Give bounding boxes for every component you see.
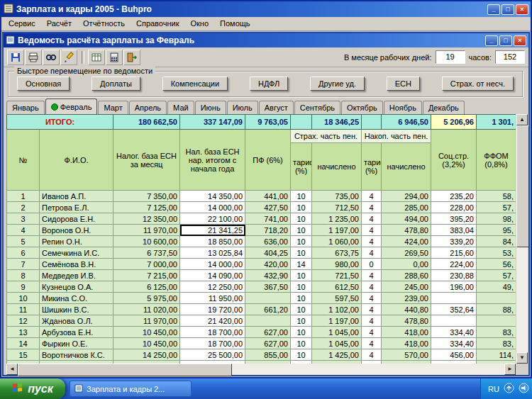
cell[interactable]: Иванов А.П. [40, 191, 113, 202]
cell[interactable]: Жданова О.Л. [40, 315, 113, 327]
cell[interactable]: 11 970,00 [113, 225, 180, 236]
cell[interactable]: 5 [7, 236, 40, 247]
cell[interactable]: Петрова Е.Л. [40, 202, 113, 213]
cell[interactable]: 4 [362, 247, 382, 259]
cell[interactable]: 4 [362, 304, 382, 315]
cell[interactable]: 57, [477, 270, 516, 281]
quick-nav-button[interactable]: Компенсации [162, 77, 228, 91]
cell[interactable]: 432,90 [245, 270, 291, 281]
cell[interactable]: 10 600,00 [113, 236, 180, 247]
cell[interactable]: Микина С.О. [40, 293, 113, 304]
cell[interactable]: 339,20 [431, 236, 477, 247]
cell[interactable]: 10 [291, 202, 312, 213]
menu-item[interactable]: Окно [184, 18, 214, 30]
cell[interactable]: 11 [7, 304, 40, 315]
cell[interactable]: 441,00 [245, 191, 291, 202]
cell[interactable]: 673,75 [312, 247, 362, 259]
cell[interactable]: 13 025,84 [180, 247, 245, 259]
cell[interactable]: 9 [7, 281, 40, 293]
cell[interactable]: 21 341,25 [180, 225, 245, 236]
quick-nav-button[interactable]: Страх. от несч. [442, 77, 514, 91]
cell[interactable]: 10 450,00 [113, 327, 180, 338]
cell[interactable]: 98, [477, 213, 516, 225]
cell[interactable]: 10 [291, 338, 312, 349]
tab-month[interactable]: Июнь [195, 101, 226, 114]
cell[interactable]: 57, [477, 202, 516, 213]
quick-nav-button[interactable]: ЕСН [387, 77, 420, 91]
cell[interactable]: 718,20 [245, 225, 291, 236]
cell[interactable]: 1 197,00 [312, 315, 362, 327]
cell[interactable]: 478,80 [382, 315, 431, 327]
cell[interactable]: 114, [477, 349, 516, 361]
horizontal-scroll-thumb[interactable] [18, 364, 232, 376]
cell[interactable]: 10 [291, 236, 312, 247]
cell[interactable]: 10 450,00 [113, 338, 180, 349]
quick-nav-button[interactable]: Доплаты [92, 77, 140, 91]
cell[interactable]: 228,00 [431, 202, 477, 213]
cell[interactable]: Кузнецов О.А. [40, 281, 113, 293]
cell[interactable]: Фыркин О.Е. [40, 338, 113, 349]
cell[interactable]: Воротничков К.С. [40, 349, 113, 361]
vertical-scrollbar[interactable]: ▲ ▼ [516, 114, 528, 364]
cell[interactable]: 4 [362, 202, 382, 213]
cell[interactable]: Арбузова Е.Н. [40, 327, 113, 338]
table-icon[interactable] [88, 50, 105, 65]
cell[interactable]: 478,80 [382, 225, 431, 236]
cell[interactable]: 10 [291, 213, 312, 225]
cell[interactable]: Репин О.Н. [40, 236, 113, 247]
cell[interactable]: 597,50 [312, 293, 362, 304]
cell[interactable]: 980,00 [312, 259, 362, 270]
cell[interactable]: 18 700,00 [180, 327, 245, 338]
cell[interactable] [477, 315, 516, 327]
tab-month[interactable]: Ноябрь [384, 101, 422, 114]
cell[interactable]: 239,00 [382, 293, 431, 304]
cell[interactable]: 494,00 [382, 213, 431, 225]
scroll-up-icon[interactable]: ▲ [516, 114, 528, 125]
cell[interactable]: 735,00 [312, 191, 362, 202]
language-indicator[interactable]: RU [488, 385, 499, 393]
cell[interactable]: 4 [362, 349, 382, 361]
cell[interactable]: 612,50 [312, 281, 362, 293]
menu-item[interactable]: Справочник [131, 18, 185, 30]
tab-month[interactable]: Март [98, 101, 128, 114]
cell[interactable]: 4 [362, 225, 382, 236]
menu-item[interactable]: Сервис [3, 18, 41, 30]
cell[interactable]: 10 [291, 293, 312, 304]
cell[interactable]: 627,00 [245, 338, 291, 349]
print-icon[interactable] [25, 50, 42, 65]
cell[interactable] [245, 315, 291, 327]
cell[interactable]: 1 045,00 [312, 327, 362, 338]
save-icon[interactable] [7, 50, 24, 65]
cell[interactable]: 4 [362, 327, 382, 338]
cell[interactable]: 10 [291, 270, 312, 281]
edit-icon[interactable] [60, 50, 77, 65]
cell[interactable]: 84, [477, 236, 516, 247]
cell[interactable]: 383,04 [431, 225, 477, 236]
cell[interactable]: 741,00 [245, 213, 291, 225]
cell[interactable]: 14 000,00 [180, 202, 245, 213]
cell[interactable]: 404,25 [245, 247, 291, 259]
cell[interactable]: 18 700,00 [180, 338, 245, 349]
cell[interactable]: 12 [7, 315, 40, 327]
quick-nav-button[interactable]: НДФЛ [250, 77, 288, 91]
cell[interactable]: 712,50 [312, 202, 362, 213]
cell[interactable]: 440,80 [382, 304, 431, 315]
cell[interactable]: 14 000,00 [180, 259, 245, 270]
cell[interactable]: 13 [7, 327, 40, 338]
cell[interactable]: 11 970,00 [113, 315, 180, 327]
quick-nav-button[interactable]: Другие уд. [310, 77, 365, 91]
cell[interactable]: 4 [362, 236, 382, 247]
cell[interactable]: 661,20 [245, 304, 291, 315]
cell[interactable]: 395,20 [431, 213, 477, 225]
cell[interactable]: 4 [362, 213, 382, 225]
cell[interactable] [245, 293, 291, 304]
cell[interactable]: 4 [362, 338, 382, 349]
cell[interactable]: 721,50 [312, 270, 362, 281]
cell[interactable]: 10 [291, 304, 312, 315]
cell[interactable]: Шишкин В.С. [40, 304, 113, 315]
cell[interactable]: 14 090,00 [180, 270, 245, 281]
cell[interactable]: 6 [7, 247, 40, 259]
vertical-scroll-thumb[interactable] [516, 125, 529, 247]
horizontal-scrollbar[interactable]: ◄ ► [6, 364, 516, 375]
cell[interactable]: 25 500,00 [180, 349, 245, 361]
